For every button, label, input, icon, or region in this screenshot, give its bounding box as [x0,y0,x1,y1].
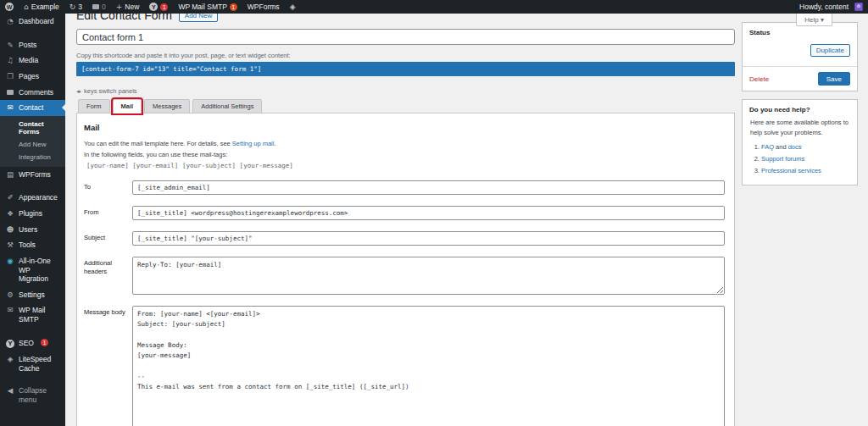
help-list-item: Support forums [761,154,849,164]
sidebar-item-label: All-in-One WP Migration [19,257,59,284]
comments-icon [6,88,14,97]
menu-separator [0,30,65,37]
yoast-seo-menu[interactable]: Y 1 [144,0,173,14]
from-field-input[interactable] [132,206,725,220]
site-name: Example [31,3,59,11]
wordpress-logo-icon: W [5,3,14,11]
comments-count: 0 [102,3,106,11]
mail-panel-description: You can edit the mail template here. For… [84,139,725,148]
wpforms-label: WPForms [248,3,280,11]
pages-icon: ❐ [6,72,14,80]
panel-tabs: Form Mail Messages Additional Settings [76,99,735,113]
contact-submenu: Contact Forms Add New Integration [0,116,65,167]
from-field-label: From [84,206,132,220]
sidebar-item-wpforms[interactable]: ▤ WPForms [0,167,65,183]
docs-link[interactable]: docs [788,143,802,151]
form-title-input[interactable] [76,29,735,45]
keys-hint-label: keys switch panels [84,87,137,95]
user-avatar [854,3,863,11]
menu-separator [0,328,65,335]
site-menu[interactable]: ⌂ Example [19,0,64,14]
to-field-label: To [84,180,132,195]
plus-icon: + [116,3,123,11]
admin-sidebar: ◔ Dashboard ✎ Posts ♫ Media ❐ Pages Comm… [0,14,65,426]
help-list-item: Professional services [761,166,849,176]
wp-mail-smtp-badge: 1 [230,3,237,11]
sidebar-item-wp-mail-smtp[interactable]: ✉ WP Mail SMTP [0,302,65,327]
delete-link[interactable]: Delete [749,75,769,83]
sidebar-item-settings[interactable]: ⚙ Settings [0,287,65,303]
sidebar-item-seo[interactable]: Y SEO 1 [0,335,65,352]
updates-icon: ↻ [70,3,76,11]
sidebar-item-label: WPForms [19,170,51,180]
keys-switch-icon: ◂▸ [76,88,81,95]
sidebar-item-media[interactable]: ♫ Media [0,53,65,69]
subject-field-input[interactable] [132,231,725,246]
sidebar-item-label: Tools [19,241,36,250]
sidebar-item-label: Appearance [19,193,58,202]
help-list-item: FAQ and docs [761,142,849,152]
collapse-icon: ◀ [6,386,14,395]
tab-mail[interactable]: Mail [113,99,142,113]
tab-additional-settings[interactable]: Additional Settings [192,99,262,113]
mail-panel-heading: Mail [84,123,725,132]
sidebar-item-pages[interactable]: ❐ Pages [0,69,65,85]
sidebar-item-label: Comments [19,88,53,97]
sidebar-item-plugins[interactable]: ❖ Plugins [0,206,65,222]
additional-headers-textarea[interactable]: Reply-To: [your-email] [132,257,725,295]
submenu-item-integration[interactable]: Integration [0,151,65,163]
support-forums-link[interactable]: Support forums [761,155,804,163]
admin-bar: W ⌂ Example ↻ 3 0 + New Y 1 WP Mail SMTP… [0,0,868,14]
keys-switch-hint: ◂▸ keys switch panels [76,87,735,95]
message-body-textarea[interactable]: From: [your-name] <[your-email]> Subject… [132,306,725,426]
additional-headers-label: Additional headers [84,257,132,295]
sidebar-item-comments[interactable]: Comments [0,85,65,101]
yoast-notification-badge: 1 [160,3,168,11]
wpforms-menu[interactable]: WPForms [242,0,285,14]
sidebar-item-users[interactable]: ☻ Users [0,222,65,238]
sidebar-item-dashboard[interactable]: ◔ Dashboard [0,14,65,30]
sidebar-item-litespeed-cache[interactable]: ◈ LiteSpeed Cache [0,351,65,376]
litespeed-menu[interactable]: ◈ [285,0,301,14]
submenu-item-contact-forms[interactable]: Contact Forms [0,118,65,138]
sidebar-item-label: Users [19,225,37,235]
to-field-input[interactable] [132,180,725,195]
help-dropdown-tab[interactable]: Help ▾ [796,14,832,26]
save-button[interactable]: Save [818,72,850,86]
sidebar-item-label: Plugins [19,209,42,219]
wp-mail-smtp-menu[interactable]: WP Mail SMTP 1 [173,0,242,14]
howdy-text: Howdy, content [799,3,849,11]
updates-menu[interactable]: ↻ 3 [64,0,87,14]
tab-messages[interactable]: Messages [144,99,190,113]
sidebar-item-collapse-menu[interactable]: ◀ Collapse menu [0,383,65,407]
comments-menu[interactable]: 0 [87,0,111,14]
sidebar-item-label: SEO [19,339,34,348]
submenu-item-add-new[interactable]: Add New [0,138,65,151]
new-content-menu[interactable]: + New [111,0,145,14]
dashboard-icon: ◔ [6,17,14,25]
mail-tags-list: [your-name] [your-email] [your-subject] … [86,162,725,169]
setting-up-mail-link[interactable]: Setting up mail [232,140,275,147]
sidebar-item-label: Settings [19,290,45,300]
professional-services-link[interactable]: Professional services [761,167,821,174]
faq-link[interactable]: FAQ [761,143,774,151]
sidebar-item-appearance[interactable]: ✐ Appearance [0,190,65,206]
wp-mail-smtp-icon: ✉ [6,306,14,314]
duplicate-button[interactable]: Duplicate [810,44,850,57]
wp-mail-smtp-label: WP Mail SMTP [178,3,226,11]
account-menu[interactable]: Howdy, content [794,0,868,14]
sidebar-item-ai1wm-migration[interactable]: ◉ All-in-One WP Migration [0,253,65,287]
litespeed-icon: ◈ [6,355,14,363]
sidebar-item-contact[interactable]: ✉ Contact [0,100,65,116]
subject-field-label: Subject [84,231,132,246]
message-body-label: Message body [84,306,132,426]
shortcode-value[interactable]: [contact-form-7 id="13" title="Contact f… [76,62,735,76]
sidebar-item-tools[interactable]: ⚒ Tools [0,237,65,253]
wp-logo-menu[interactable]: W [0,0,19,14]
new-label: New [125,3,139,11]
sidebar-item-posts[interactable]: ✎ Posts [0,37,65,53]
help-label: Help [804,16,818,24]
contact-icon: ✉ [6,103,14,112]
help-box-intro: Here are some available options to help … [750,118,849,137]
tab-form[interactable]: Form [78,99,110,113]
